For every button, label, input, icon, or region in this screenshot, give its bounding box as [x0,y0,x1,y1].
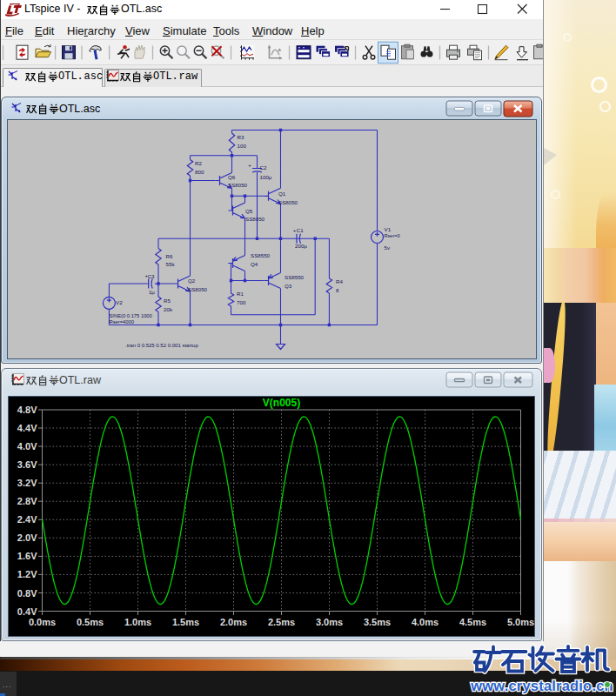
svg-text:SS8050: SS8050 [188,286,208,292]
svg-text:1.6V: 1.6V [17,551,37,561]
svg-text:3.0ms: 3.0ms [316,616,343,626]
svg-text:1.2V: 1.2V [17,569,37,579]
svg-text:SS8050: SS8050 [245,216,265,222]
svg-text:.tran 0 0.525 0.52 0.001 start: .tran 0 0.525 0.52 0.001 startup [125,343,198,348]
svg-text:2.0ms: 2.0ms [220,616,247,626]
svg-text:3.5ms: 3.5ms [364,616,391,626]
svg-text:V(n005): V(n005) [263,397,300,409]
svg-text:V2: V2 [116,299,123,305]
svg-text:Rser=0: Rser=0 [385,233,400,238]
svg-text:4.4V: 4.4V [17,423,37,433]
svg-text:Q2: Q2 [188,278,196,284]
svg-text:8: 8 [336,287,339,293]
svg-text:0.4V: 0.4V [17,606,37,616]
svg-text:C3: C3 [148,273,155,279]
svg-text:C2: C2 [260,164,267,171]
svg-text:4.5ms: 4.5ms [459,616,486,626]
svg-text:R1: R1 [237,291,244,297]
svg-text:1µ: 1µ [149,289,155,295]
svg-text:0.0ms: 0.0ms [29,616,56,626]
svg-text:200µ: 200µ [295,243,307,249]
svg-text:2.5ms: 2.5ms [268,616,295,626]
svg-text:0.5ms: 0.5ms [77,616,104,626]
svg-text:Q3: Q3 [285,283,292,289]
svg-text:R2: R2 [195,160,202,166]
svg-text:Q4: Q4 [251,261,258,267]
svg-text:3.6V: 3.6V [17,459,37,470]
svg-text:1.0ms: 1.0ms [124,616,151,626]
svg-text:SS8050: SS8050 [228,182,248,188]
svg-text:Q6: Q6 [228,174,236,180]
svg-text:www.crystalradio.cn: www.crystalradio.cn [470,678,613,693]
svg-text:R5: R5 [164,298,171,304]
svg-text:SS8050: SS8050 [278,199,298,205]
svg-text:5v: 5v [385,244,391,251]
svg-text:4.8V: 4.8V [17,405,37,415]
svg-text:2.8V: 2.8V [17,496,37,506]
svg-text:55k: 55k [166,261,176,267]
svg-text:Rser=4000: Rser=4000 [110,319,135,325]
svg-text:1.5ms: 1.5ms [172,616,199,626]
svg-text:800: 800 [195,169,204,175]
svg-text:Q5: Q5 [245,208,253,214]
svg-text:R3: R3 [238,134,244,140]
svg-text:SS8550: SS8550 [251,252,271,258]
svg-text:5.0ms: 5.0ms [507,616,534,626]
svg-text:+: + [248,163,251,168]
svg-text:20k: 20k [164,306,173,312]
svg-text:SS8550: SS8550 [285,274,305,280]
svg-text:SINE(0 0.175 1000: SINE(0 0.175 1000 [110,313,152,318]
svg-text:4.0ms: 4.0ms [412,616,439,626]
svg-text:4.0V: 4.0V [17,441,37,452]
svg-text:R6: R6 [166,253,173,259]
svg-text:2.0V: 2.0V [17,532,37,543]
svg-text:2.4V: 2.4V [17,514,37,525]
svg-text:100µ: 100µ [260,174,272,180]
svg-text:V1: V1 [385,226,392,232]
svg-text:3.2V: 3.2V [17,478,37,488]
svg-text:C1: C1 [297,227,304,233]
svg-text:100: 100 [238,143,247,149]
svg-text:0.8V: 0.8V [17,587,37,598]
svg-text:Q1: Q1 [278,191,286,197]
svg-text:700: 700 [237,299,246,305]
svg-text:R4: R4 [336,278,343,284]
